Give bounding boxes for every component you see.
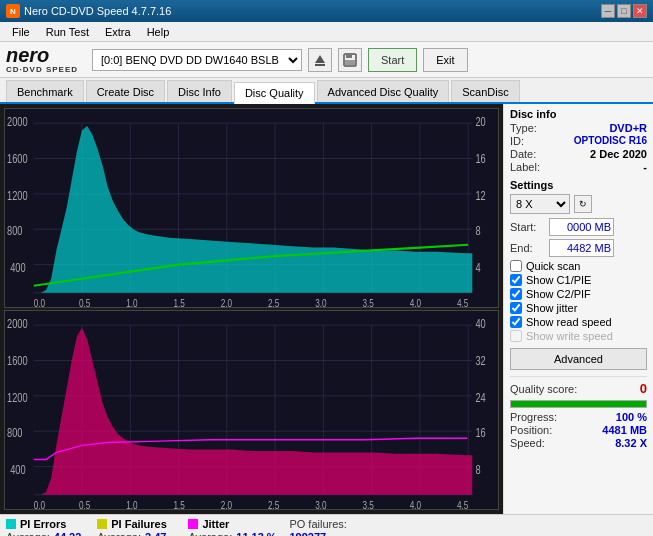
svg-text:1.5: 1.5 — [173, 499, 185, 509]
bottom-stats: PI Errors Average: 44.22 Maximum: 1950 T… — [0, 514, 653, 536]
eject-button[interactable] — [308, 48, 332, 72]
svg-text:40: 40 — [475, 317, 485, 331]
progress-section: Progress: 100 % Position: 4481 MB Speed:… — [510, 400, 647, 449]
tab-disc-quality[interactable]: Disc Quality — [234, 82, 315, 104]
menu-file[interactable]: File — [4, 24, 38, 40]
pi-avg-label: Average: — [6, 531, 50, 536]
end-label: End: — [510, 242, 545, 254]
charts-area: 2000 1600 1200 800 400 20 16 12 8 4 — [0, 104, 503, 514]
svg-text:16: 16 — [475, 425, 485, 439]
show-jitter-label: Show jitter — [526, 302, 577, 314]
quick-scan-checkbox[interactable] — [510, 260, 522, 272]
pi-failures-header: PI Failures — [111, 518, 167, 530]
save-icon — [343, 53, 357, 67]
tab-disc-info[interactable]: Disc Info — [167, 80, 232, 102]
speed-value: 8.32 X — [615, 437, 647, 449]
disc-label-value: - — [643, 161, 647, 173]
svg-text:32: 32 — [475, 353, 485, 367]
show-c2-checkbox[interactable] — [510, 288, 522, 300]
svg-text:4.0: 4.0 — [410, 499, 422, 509]
close-button[interactable]: ✕ — [633, 4, 647, 18]
svg-text:2000: 2000 — [7, 317, 28, 331]
chart-pi-errors: 2000 1600 1200 800 400 20 16 12 8 4 — [4, 108, 499, 308]
maximize-button[interactable]: □ — [617, 4, 631, 18]
progress-bar-container — [510, 400, 647, 408]
quick-scan-label: Quick scan — [526, 260, 580, 272]
progress-label: Progress: — [510, 411, 557, 423]
menu-bar: File Run Test Extra Help — [0, 22, 653, 42]
advanced-button[interactable]: Advanced — [510, 348, 647, 370]
position-label: Position: — [510, 424, 552, 436]
disc-info-section: Disc info Type: DVD+R ID: OPTODISC R16 D… — [510, 108, 647, 173]
date-value: 2 Dec 2020 — [590, 148, 647, 160]
progress-value: 100 % — [616, 411, 647, 423]
start-input[interactable] — [549, 218, 614, 236]
pi-errors-header: PI Errors — [20, 518, 66, 530]
po-failures-label: PO failures: — [289, 518, 346, 530]
show-read-checkbox[interactable] — [510, 316, 522, 328]
minimize-button[interactable]: ─ — [601, 4, 615, 18]
pi-errors-color — [6, 519, 16, 529]
save-button[interactable] — [338, 48, 362, 72]
tab-benchmark[interactable]: Benchmark — [6, 80, 84, 102]
svg-text:1200: 1200 — [7, 390, 28, 404]
svg-text:1.5: 1.5 — [173, 297, 185, 307]
svg-text:20: 20 — [475, 115, 485, 129]
svg-text:4: 4 — [475, 260, 480, 274]
type-value: DVD+R — [609, 122, 647, 134]
quality-score-section: Quality score: 0 — [510, 376, 647, 396]
settings-section: Settings 8 X ↻ Start: End: Quick scan — [510, 179, 647, 370]
svg-text:3.0: 3.0 — [315, 297, 327, 307]
svg-text:1600: 1600 — [7, 151, 28, 165]
title-bar: N Nero CD-DVD Speed 4.7.7.16 ─ □ ✕ — [0, 0, 653, 22]
svg-text:800: 800 — [7, 223, 22, 237]
eject-icon — [313, 53, 327, 67]
jitter-header: Jitter — [202, 518, 229, 530]
svg-text:8: 8 — [475, 223, 480, 237]
quality-score-label: Quality score: — [510, 383, 577, 395]
main-content: 2000 1600 1200 800 400 20 16 12 8 4 — [0, 104, 653, 514]
svg-text:3.0: 3.0 — [315, 499, 327, 509]
tab-advanced-disc-quality[interactable]: Advanced Disc Quality — [317, 80, 450, 102]
show-write-label: Show write speed — [526, 330, 613, 342]
pi-failures-color — [97, 519, 107, 529]
svg-text:0.0: 0.0 — [34, 499, 46, 509]
svg-text:3.5: 3.5 — [362, 297, 374, 307]
quality-score-value: 0 — [640, 381, 647, 396]
svg-text:2.5: 2.5 — [268, 499, 280, 509]
svg-text:2.5: 2.5 — [268, 297, 280, 307]
svg-text:2000: 2000 — [7, 115, 28, 129]
app-icon: N — [6, 4, 20, 18]
svg-text:1.0: 1.0 — [126, 297, 138, 307]
refresh-button[interactable]: ↻ — [574, 195, 592, 213]
type-label: Type: — [510, 122, 537, 134]
menu-help[interactable]: Help — [139, 24, 178, 40]
start-button[interactable]: Start — [368, 48, 417, 72]
app-logo: nero CD·DVD SPEED — [6, 45, 78, 74]
svg-rect-1 — [315, 64, 325, 66]
show-jitter-checkbox[interactable] — [510, 302, 522, 314]
tab-scan-disc[interactable]: ScanDisc — [451, 80, 519, 102]
id-label: ID: — [510, 135, 524, 147]
exit-button[interactable]: Exit — [423, 48, 467, 72]
end-input[interactable] — [549, 239, 614, 257]
svg-text:24: 24 — [475, 390, 485, 404]
svg-text:400: 400 — [10, 260, 25, 274]
drive-selector: [0:0] BENQ DVD DD DW1640 BSLB — [92, 49, 302, 71]
pi-failures-group: PI Failures Average: 2.47 Maximum: 1593 … — [97, 518, 176, 536]
drive-dropdown[interactable]: [0:0] BENQ DVD DD DW1640 BSLB — [92, 49, 302, 71]
logo-cd-text: CD·DVD SPEED — [6, 65, 78, 74]
menu-extra[interactable]: Extra — [97, 24, 139, 40]
po-failures-section: PO failures: 199277 — [289, 518, 346, 536]
svg-text:4.5: 4.5 — [457, 297, 469, 307]
start-label: Start: — [510, 221, 545, 233]
toolbar: nero CD·DVD SPEED [0:0] BENQ DVD DD DW16… — [0, 42, 653, 78]
menu-run-test[interactable]: Run Test — [38, 24, 97, 40]
show-c1-checkbox[interactable] — [510, 274, 522, 286]
settings-title: Settings — [510, 179, 647, 191]
svg-text:2.0: 2.0 — [221, 297, 233, 307]
tab-create-disc[interactable]: Create Disc — [86, 80, 165, 102]
speed-dropdown[interactable]: 8 X — [510, 194, 570, 214]
date-label: Date: — [510, 148, 536, 160]
show-write-checkbox[interactable] — [510, 330, 522, 342]
